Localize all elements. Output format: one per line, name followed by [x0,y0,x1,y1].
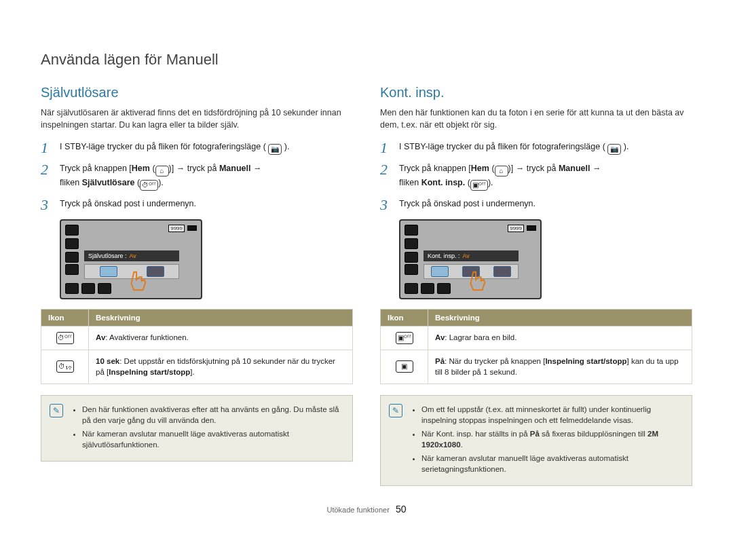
note-item: När Kont. insp. har ställts in på På så … [421,428,682,450]
text: : Avaktiverar funktionen. [105,333,189,341]
shot-btn [65,283,79,294]
cell-desc: 10 sek: Det uppstår en tidsförskjutning … [89,350,353,384]
manuell-bold: Manuell [559,164,590,173]
page-number: 50 [396,504,407,515]
cell-desc: Av: Avaktiverar funktionen. [89,326,353,350]
shot-btn [98,283,111,294]
step-number: 1 [380,141,392,155]
shot-btn [405,225,418,236]
shot-count: 9999 [168,225,185,232]
table-row: ▣ På: När du trycker på knappen [Inspeln… [381,350,692,384]
text: tryck på [524,164,559,173]
burst-on-icon: ▣ [396,360,413,373]
note-item: Om ett fel uppstår (t.ex. att minneskort… [421,404,682,426]
step-body: Tryck på knappen [Hem (⌂)] → tryck på Ma… [60,162,353,191]
shot-btn [65,252,79,263]
arrow-right-icon: → [516,164,525,173]
step-number: 2 [380,162,392,177]
text: Tryck på knappen [ [399,164,471,173]
left-column: Självutlösare När självutlösaren är akti… [41,85,353,486]
cell-icon: ▣ᴼᶠᶠ [381,326,428,350]
shot-btn [405,238,418,249]
right-screenshot: 9999 Kont. insp. : Av [399,219,542,299]
text: ( [150,164,155,173]
shot-value: Av [130,253,136,259]
text: : När du trycker på knappen [ [445,357,545,365]
table-row: ⏱₁₀ 10 sek: Det uppstår en tidsförskjutn… [41,350,353,384]
table-row: ▣ᴼᶠᶠ Av: Lagrar bara en bild. [381,326,692,350]
left-step-2: 2 Tryck på knappen [Hem (⌂)] → tryck på … [41,162,353,191]
left-screenshot: 9999 Självutlösare : Av [60,219,202,299]
camera-icon: 📷 [607,144,621,155]
text: I STBY-läge trycker du på fliken för fot… [399,142,605,151]
bold: Av [435,333,445,341]
shot-btn [405,252,418,263]
right-note: ✎ Om ett fel uppstår (t.ex. att minnesko… [380,395,692,487]
th-beskrivning: Beskrivning [428,309,692,326]
timer-10-icon: ⏱₁₀ [56,360,74,373]
th-ikon: Ikon [41,309,89,326]
right-column: Kont. insp. Men den här funktionen kan d… [380,85,692,486]
shot-label: Självutlösare : [88,253,127,259]
right-table: Ikon Beskrivning ▣ᴼᶠᶠ Av: Lagrar bara en… [380,309,692,384]
bold: 10 sek [96,357,119,365]
step-body: Tryck på knappen [Hem (⌂)] → tryck på Ma… [399,162,692,191]
content-columns: Självutlösare När självutlösaren är akti… [41,85,692,486]
arrow-right-icon: → [253,164,262,173]
tab-bold: Självutlösare [82,178,135,187]
text: ). [158,178,164,187]
shot-value: Av [463,253,470,259]
cell-icon: ▣ [381,350,428,384]
text: ( [134,178,140,187]
th-beskrivning: Beskrivning [89,309,353,326]
shot-btn [65,264,79,275]
home-icon: ⌂ [495,166,508,176]
left-intro: När självutlösaren är aktiverad finns de… [41,107,353,131]
note-list: Om ett fel uppstår (t.ex. att minneskort… [411,404,682,478]
shot-btn [65,225,79,236]
burst-off-icon: ▣ᴼᶠᶠ [470,180,488,191]
shot-strip: Kont. insp. : Av [424,250,519,261]
bold: Av [96,333,105,341]
note-item: När kameran avslutar manuellt läge avakt… [421,453,682,474]
arrow-right-icon: → [593,164,601,173]
text: ). [624,142,629,151]
shot-btn [65,238,79,249]
hem-bold: Hem [132,164,150,173]
text: Tryck på knappen [ [60,164,132,173]
pointer-hand-icon [464,268,490,294]
bold: På [530,430,540,438]
shot-count: 9999 [508,225,524,232]
text: )] [508,164,516,173]
right-step-3: 3 Tryck på önskad post i undermenyn. [380,198,692,212]
text: ]. [190,368,194,376]
right-step-1: 1 I STBY-läge trycker du på fliken för f… [380,141,692,155]
text: ( [465,178,470,187]
shot-btn [421,283,434,294]
text: : Lagrar bara en bild. [445,333,516,341]
step-number: 1 [41,141,53,155]
step-body: I STBY-läge trycker du på fliken för fot… [399,141,692,155]
text: . [461,441,463,449]
page-title: Använda lägen för Manuell [41,51,692,69]
note-item: Den här funktionen avaktiveras efter att… [82,404,343,426]
step-body: Tryck på önskad post i undermenyn. [60,198,353,210]
text: fliken [399,178,421,187]
bold: Inspelning start/stopp [109,368,190,376]
cell-icon: ⏱ᴼᶠᶠ [41,326,89,350]
option-chip [100,266,117,277]
note-icon: ✎ [389,404,402,417]
bold: Inspelning start/stopp [545,357,626,365]
shot-btn [405,283,418,294]
text: tryck på [185,164,219,173]
right-intro: Men den här funktionen kan du ta foton i… [380,107,692,131]
text: ( [489,164,495,173]
right-step-2: 2 Tryck på knappen [Hem (⌂)] → tryck på … [380,162,692,191]
home-icon: ⌂ [155,166,169,176]
timer-off-icon: ⏱ᴼᶠᶠ [140,180,158,191]
right-section-title: Kont. insp. [380,85,692,100]
pointer-hand-icon [125,268,151,294]
note-icon: ✎ [50,404,63,417]
text: ). [488,178,493,187]
option-chip [431,266,449,277]
